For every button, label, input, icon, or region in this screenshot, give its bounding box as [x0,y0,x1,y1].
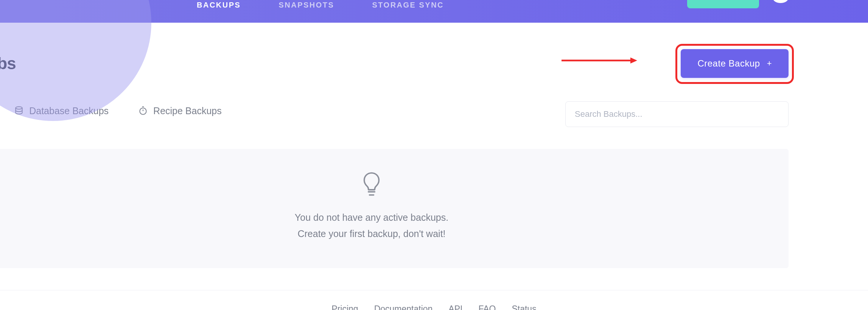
empty-state-text: You do not have any active backups. Crea… [0,209,789,242]
plus-icon: + [767,59,772,68]
cta-button[interactable] [687,0,759,8]
footer-link-api[interactable]: API [448,304,462,310]
lightbulb-icon [361,171,382,200]
empty-state: You do not have any active backups. Crea… [0,149,789,268]
tab-label: Recipe Backups [153,105,222,116]
tab-recipe-backups[interactable]: Recipe Backups [138,105,222,124]
search-wrap [565,101,789,127]
nav-item-storage-sync[interactable]: STORAGE SYNC [372,1,444,9]
nav-item-backups[interactable]: BACKUPS [197,1,241,9]
empty-state-line2: Create your first backup, don't wait! [0,226,789,242]
top-nav: BACKUPS SNAPSHOTS STORAGE SYNC [0,0,868,23]
footer-link-faq[interactable]: FAQ [478,304,496,310]
create-button-wrap: Create Backup + [681,49,789,78]
search-input[interactable] [565,101,789,127]
footer: Pricing Documentation API FAQ Status [0,290,868,310]
annotation-arrow [562,57,637,64]
create-backup-label: Create Backup [697,58,760,69]
timer-icon [138,106,148,116]
empty-state-line1: You do not have any active backups. [0,209,789,226]
avatar[interactable] [773,0,789,3]
footer-link-documentation[interactable]: Documentation [374,304,433,310]
svg-marker-1 [630,57,637,64]
footer-links: Pricing Documentation API FAQ Status [331,304,536,310]
footer-link-status[interactable]: Status [512,304,536,310]
top-nav-right [687,0,789,8]
nav-item-snapshots[interactable]: SNAPSHOTS [278,1,334,9]
footer-link-pricing[interactable]: Pricing [331,304,358,310]
nav-items: BACKUPS SNAPSHOTS STORAGE SYNC [197,0,444,9]
create-backup-button[interactable]: Create Backup + [681,49,789,78]
